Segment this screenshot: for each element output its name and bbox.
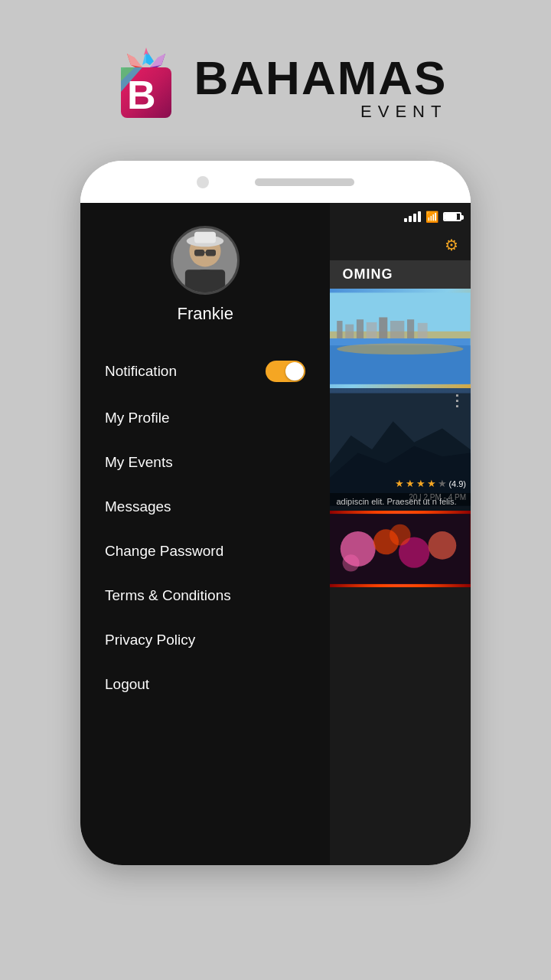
svg-rect-27: [367, 322, 377, 338]
star-2: ★: [406, 478, 415, 489]
upcoming-badge: OMING: [330, 260, 471, 289]
notification-toggle[interactable]: [266, 361, 305, 382]
svg-rect-30: [407, 319, 414, 338]
logout-menu-item[interactable]: Logout: [80, 662, 330, 707]
bar2: [409, 216, 412, 222]
logo-icon: B: [104, 46, 188, 130]
svg-rect-25: [346, 325, 354, 338]
messages-menu-item[interactable]: Messages: [80, 485, 330, 529]
star-3: ★: [416, 478, 425, 489]
app-name: BAHAMAS: [194, 54, 448, 102]
toggle-knob: [285, 362, 304, 381]
my-profile-label: My Profile: [105, 410, 169, 426]
bar1: [404, 218, 407, 222]
svg-point-32: [337, 343, 464, 354]
svg-rect-24: [337, 321, 343, 338]
signal-bars: [404, 211, 421, 222]
menu-list: Notification My Profile My Events Messag…: [80, 347, 330, 707]
star-1: ★: [395, 478, 404, 489]
phone-speaker: [255, 178, 354, 186]
phone-camera: [197, 176, 209, 188]
change-password-menu-item[interactable]: Change Password: [80, 529, 330, 573]
main-content: 📶 ⚙ OMING: [330, 203, 471, 865]
svg-rect-19: [185, 270, 225, 292]
upcoming-label: OMING: [342, 266, 393, 282]
event-card-1[interactable]: [330, 289, 471, 388]
logo-text-container: BAHAMAS EVENT: [194, 54, 448, 122]
star-half: ★: [427, 478, 436, 489]
messages-label: Messages: [105, 498, 171, 515]
user-name: Frankie: [178, 304, 233, 324]
avatar: [171, 226, 240, 295]
svg-marker-3: [127, 54, 142, 67]
bar4: [418, 211, 421, 222]
event-description: adipiscin elit. Praesent ut n felis.: [330, 493, 471, 511]
terms-label: Terms & Conditions: [105, 587, 231, 604]
svg-rect-15: [194, 250, 204, 256]
rating-value: (4.9): [448, 479, 466, 488]
phone-screen: Frankie Notification My Profile My Event…: [80, 203, 471, 865]
terms-menu-item[interactable]: Terms & Conditions: [80, 573, 330, 618]
svg-rect-16: [206, 250, 216, 256]
phone-top-bar: [80, 161, 471, 203]
status-bar: 📶: [330, 203, 471, 230]
privacy-label: Privacy Policy: [105, 632, 195, 648]
logo-area: B BAHAMAS EVENT: [0, 0, 551, 161]
event-card-3[interactable]: [330, 511, 471, 587]
svg-rect-31: [418, 323, 428, 338]
battery-icon: [443, 212, 461, 221]
rating-row: ★ ★ ★ ★ ★ (4.9): [395, 478, 466, 489]
event-card-2[interactable]: ⋮ ★ ★ ★ ★ ★ (4.9) 20 | 2 PM - 4 PM adipi…: [330, 388, 471, 511]
more-dots[interactable]: ⋮: [449, 393, 465, 408]
svg-rect-29: [390, 321, 404, 338]
my-events-menu-item[interactable]: My Events: [80, 440, 330, 485]
svg-rect-26: [357, 319, 364, 338]
filter-icon: ⚙: [445, 236, 458, 254]
battery-fill: [445, 214, 457, 220]
svg-point-40: [429, 531, 457, 560]
svg-point-41: [343, 554, 360, 571]
svg-rect-28: [380, 317, 388, 338]
notification-label: Notification: [105, 363, 177, 380]
wifi-icon: 📶: [425, 211, 439, 223]
phone-frame: Frankie Notification My Profile My Event…: [80, 161, 471, 865]
app-subtitle: EVENT: [194, 102, 448, 122]
drawer-menu: Frankie Notification My Profile My Event…: [80, 203, 330, 865]
svg-point-42: [390, 524, 411, 546]
logo-container: B BAHAMAS EVENT: [104, 46, 448, 130]
bar3: [413, 214, 416, 222]
svg-rect-14: [194, 232, 216, 243]
star-empty: ★: [438, 478, 447, 489]
event-cards: ⋮ ★ ★ ★ ★ ★ (4.9) 20 | 2 PM - 4 PM adipi…: [330, 289, 471, 865]
my-events-label: My Events: [105, 454, 173, 471]
change-password-label: Change Password: [105, 543, 223, 560]
filter-button[interactable]: ⚙: [330, 230, 471, 260]
my-profile-menu-item[interactable]: My Profile: [80, 396, 330, 440]
logout-label: Logout: [105, 676, 149, 693]
notification-menu-item[interactable]: Notification: [80, 347, 330, 396]
privacy-menu-item[interactable]: Privacy Policy: [80, 618, 330, 662]
